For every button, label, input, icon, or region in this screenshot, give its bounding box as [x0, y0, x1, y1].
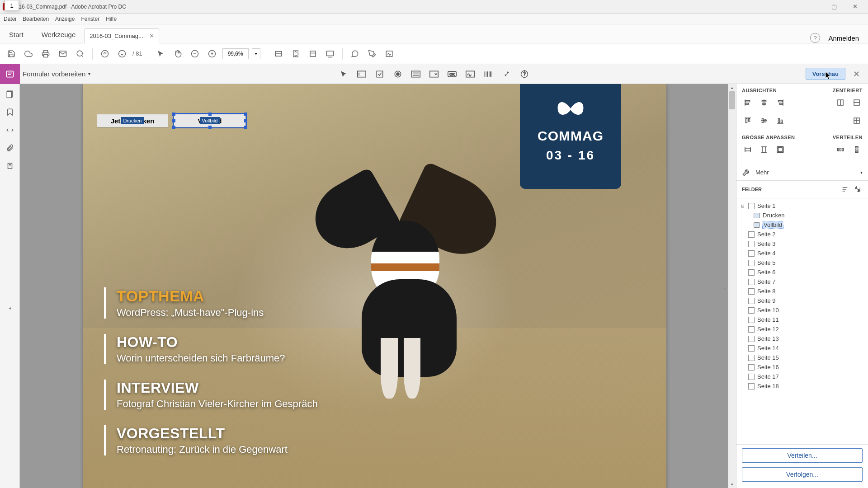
maximize-button[interactable]: ▢ [824, 0, 844, 14]
menu-fenster[interactable]: Fenster [81, 16, 99, 22]
tree-page-13[interactable]: Seite 13 [738, 334, 866, 343]
rotate-icon[interactable] [306, 47, 320, 61]
comment-icon[interactable] [348, 47, 362, 61]
page-down-icon[interactable] [115, 47, 129, 61]
center-vertical-icon[interactable] [851, 97, 863, 108]
center-horizontal-icon[interactable] [835, 97, 846, 108]
fit-width-icon[interactable] [272, 47, 285, 61]
save-icon[interactable] [5, 47, 18, 61]
verfolgen-button[interactable]: Verfolgen... [742, 467, 863, 482]
tree-page-11[interactable]: Seite 11 [738, 315, 866, 324]
barcode-tool-icon[interactable] [481, 67, 495, 81]
preview-button[interactable]: Vorschau [806, 68, 845, 80]
thumbnails-icon[interactable] [5, 89, 15, 99]
help-icon[interactable]: ? [810, 33, 820, 43]
collapse-left-rail-icon[interactable]: ◂ [9, 305, 11, 310]
zoom-dropdown-icon[interactable]: ▾ [252, 48, 260, 59]
expand-right-icon[interactable]: ▸ [724, 286, 726, 291]
minimize-button[interactable]: — [803, 0, 824, 14]
scroll-down-icon[interactable]: ▾ [728, 481, 736, 488]
tree-page-3[interactable]: Seite 3 [738, 239, 866, 249]
highlight-icon[interactable] [365, 47, 379, 61]
dropdown-tool-icon[interactable] [427, 67, 441, 81]
tree-page-1[interactable]: ⊟Seite 1 [738, 201, 866, 211]
presentation-icon[interactable] [323, 47, 337, 61]
tree-page-14[interactable]: Seite 14 [738, 343, 866, 353]
menu-datei[interactable]: Datei [4, 16, 16, 22]
tree-page-15[interactable]: Seite 15 [738, 353, 866, 362]
tree-page-9[interactable]: Seite 9 [738, 296, 866, 305]
select-field-tool-icon[interactable] [337, 67, 350, 81]
sort-fields-icon[interactable] [840, 184, 850, 194]
tree-page-16[interactable]: Seite 16 [738, 362, 866, 372]
fit-page-icon[interactable] [289, 47, 302, 61]
close-tool-button[interactable]: ✕ [851, 69, 862, 79]
radio-tool-icon[interactable] [391, 67, 405, 81]
list-tool-icon[interactable] [409, 67, 423, 81]
pin-tool-icon[interactable] [500, 67, 513, 81]
sign-field-tool-icon[interactable] [463, 67, 477, 81]
print-icon[interactable] [39, 47, 52, 61]
page-number-input[interactable] [5, 0, 19, 11]
transfer-icon[interactable] [5, 125, 15, 136]
tree-page-10[interactable]: Seite 10 [738, 305, 866, 315]
vertical-scrollbar[interactable] [728, 84, 736, 488]
align-top-icon[interactable] [742, 115, 754, 127]
verteilen-button[interactable]: Verteilen... [742, 448, 863, 463]
attachment-icon[interactable] [5, 143, 15, 154]
form-field-drucken[interactable]: Jetzt drucken Drucken [97, 114, 168, 127]
align-left-icon[interactable] [742, 97, 754, 108]
tab-order-icon[interactable]: AZ [853, 184, 863, 194]
menu-bearbeiten[interactable]: Bearbeiten [23, 16, 49, 22]
menu-anzeige[interactable]: Anzeige [55, 16, 75, 22]
tree-page-18[interactable]: Seite 18 [738, 381, 866, 391]
tree-page-6[interactable]: Seite 6 [738, 267, 866, 277]
distribute-v-icon[interactable] [851, 144, 863, 155]
tree-page-8[interactable]: Seite 8 [738, 286, 866, 296]
text-field-tool-icon[interactable] [355, 67, 368, 81]
cloud-icon[interactable] [22, 47, 35, 61]
tree-page-17[interactable]: Seite 17 [738, 372, 866, 381]
tab-start[interactable]: Start [0, 26, 33, 43]
align-hcenter-icon[interactable] [758, 97, 770, 108]
document-canvas[interactable]: Jetzt drucken Drucken Vollbild Vollbild … [20, 84, 736, 488]
signin-link[interactable]: Anmelden [828, 34, 859, 42]
align-bottom-icon[interactable] [774, 115, 786, 127]
more-dropdown[interactable]: Mehr ▾ [736, 164, 868, 180]
search-icon[interactable] [73, 47, 87, 61]
checkbox-tool-icon[interactable] [373, 67, 387, 81]
tree-page-7[interactable]: Seite 7 [738, 277, 866, 286]
center-both-icon[interactable] [851, 115, 863, 127]
page-up-icon[interactable] [98, 47, 112, 61]
form-field-vollbild[interactable]: Vollbild Vollbild [174, 114, 246, 127]
tab-werkzeuge[interactable]: Werkzeuge [33, 26, 85, 43]
scroll-up-icon[interactable]: ▴ [728, 84, 736, 91]
hand-tool-icon[interactable] [171, 47, 184, 61]
match-both-icon[interactable] [774, 144, 786, 155]
tool-title-dropdown[interactable]: Formular vorbereiten ▾ [23, 70, 90, 78]
button-tool-icon[interactable]: OK [445, 67, 459, 81]
tree-page-2[interactable]: Seite 2 [738, 230, 866, 239]
match-width-icon[interactable] [742, 144, 754, 155]
align-vcenter-icon[interactable] [758, 115, 770, 127]
distribute-h-icon[interactable] [835, 144, 846, 155]
tree-field-drucken[interactable]: Drucken [738, 211, 866, 220]
close-button[interactable]: ✕ [844, 0, 865, 14]
match-height-icon[interactable] [758, 144, 770, 155]
mail-icon[interactable] [56, 47, 70, 61]
toolbar-help-icon[interactable] [518, 67, 531, 81]
scroll-thumb[interactable] [729, 91, 735, 109]
tab-close-icon[interactable]: ✕ [149, 33, 154, 39]
zoom-out-icon[interactable] [188, 47, 202, 61]
tree-page-5[interactable]: Seite 5 [738, 258, 866, 267]
fields-tree[interactable]: ⊟Seite 1DruckenVollbildSeite 2Seite 3Sei… [736, 198, 868, 444]
align-right-icon[interactable] [774, 97, 786, 108]
menu-hilfe[interactable]: Hilfe [106, 16, 117, 22]
signature-icon[interactable] [382, 47, 396, 61]
layers-icon[interactable] [5, 161, 15, 172]
tab-document[interactable]: 2016-03_Commag.... ✕ [85, 28, 159, 43]
zoom-in-icon[interactable] [205, 47, 219, 61]
tree-page-4[interactable]: Seite 4 [738, 249, 866, 258]
select-tool-icon[interactable] [154, 47, 167, 61]
tree-field-vollbild[interactable]: Vollbild [738, 220, 866, 230]
